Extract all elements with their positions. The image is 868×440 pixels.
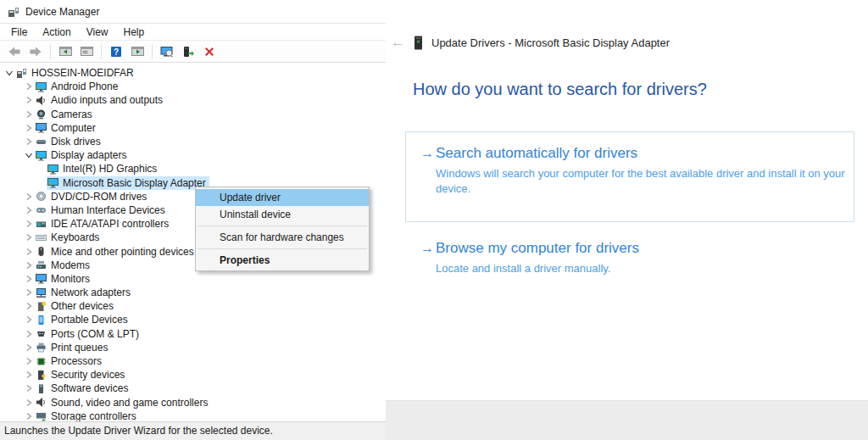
chevron-right-icon[interactable] [23, 300, 35, 312]
tree-item-display-adapters[interactable]: Display adapters [0, 148, 386, 162]
tree-item-label: Other devices [49, 300, 114, 312]
tree-item-software-devices[interactable]: Software devices [0, 382, 386, 395]
tree-item-label: Display adapters [49, 149, 126, 161]
processor-icon [35, 355, 47, 367]
tree-item-monitors[interactable]: Monitors [0, 272, 386, 286]
chevron-right-icon[interactable] [23, 246, 35, 258]
tree-item-content: Computer [35, 121, 99, 135]
tree-item-content: Processors [35, 354, 105, 368]
tree-item-label: Network adapters [49, 287, 131, 298]
menu-view[interactable]: View [79, 24, 116, 41]
chevron-right-icon[interactable] [23, 231, 35, 243]
chevron-right-icon[interactable] [23, 382, 35, 394]
chevron-right-icon[interactable] [23, 259, 35, 271]
chevron-right-icon[interactable] [23, 328, 35, 340]
context-menu-item-update-driver[interactable]: Update driver [196, 189, 369, 206]
tree-item-android-phone[interactable]: Android Phone [0, 80, 386, 93]
uninstall-icon[interactable] [200, 43, 219, 60]
context-menu-item-uninstall-device[interactable]: Uninstall device [196, 206, 369, 223]
chevron-right-icon[interactable] [23, 410, 35, 421]
chevron-right-icon[interactable] [23, 122, 35, 134]
chevron-right-icon[interactable] [23, 369, 35, 381]
update-driver-icon[interactable] [179, 43, 198, 60]
scan-monitor-icon[interactable] [158, 43, 176, 60]
tree-item-print-queues[interactable]: Print queues [0, 341, 386, 354]
chevron-right-icon[interactable] [23, 273, 35, 285]
tree-item-content: Disk drives [35, 135, 104, 148]
tree-item-content: Sound, video and game controllers [35, 396, 211, 409]
chevron-right-icon[interactable] [23, 342, 35, 354]
menu-help[interactable]: Help [116, 24, 153, 41]
tree-item-content: IDE ATA/ATAPI controllers [35, 217, 172, 231]
option-browse-computer[interactable]: → Browse my computer for drivers Locate … [405, 240, 854, 276]
tree-item-processors[interactable]: Processors [0, 354, 386, 368]
tree-item-security-devices[interactable]: Security devices [0, 368, 386, 382]
display-device-icon [414, 36, 423, 50]
tree-item-other-devices[interactable]: Other devices [0, 299, 386, 313]
security-icon [35, 369, 47, 381]
tree-item-content: Keyboards [35, 231, 103, 244]
monitor-icon [35, 273, 47, 285]
chevron-right-icon[interactable] [23, 218, 35, 230]
disk-icon [35, 136, 47, 148]
tree-item-content: Intel(R) HD Graphics [47, 162, 160, 175]
title-bar: Device Manager [0, 0, 386, 24]
tree-item-content: DVD/CD-ROM drives [35, 190, 150, 203]
portable-icon [35, 314, 47, 326]
back-arrow-icon[interactable]: ← [391, 34, 405, 51]
tree-item-ports-com-lpt[interactable]: Ports (COM & LPT) [0, 327, 386, 341]
tree-item-label: Security devices [49, 369, 125, 381]
right-arrow-icon: → [420, 145, 436, 162]
chevron-down-icon[interactable] [3, 67, 15, 79]
option-search-automatically[interactable]: → Search automatically for drivers Windo… [405, 131, 854, 222]
tree-item-disk-drives[interactable]: Disk drives [0, 135, 386, 148]
action-pane-icon[interactable] [128, 43, 147, 60]
context-menu: Update driverUninstall deviceScan for ha… [195, 187, 370, 271]
forward-arrow-icon[interactable] [26, 43, 45, 60]
chevron-right-icon[interactable] [23, 191, 35, 203]
chevron-right-icon[interactable] [23, 94, 35, 106]
tree-item-label: Portable Devices [49, 314, 128, 326]
tree-item-network-adapters[interactable]: Network adapters [0, 286, 386, 299]
chevron-right-icon[interactable] [23, 314, 35, 326]
tree-item-label: Sound, video and game controllers [49, 397, 208, 409]
chevron-right-icon[interactable] [23, 81, 35, 92]
chevron-right-icon[interactable] [23, 397, 35, 409]
modem-icon [35, 259, 47, 271]
tree-item-hossein-moeidfar[interactable]: HOSSEIN-MOEIDFAR [0, 66, 386, 80]
back-arrow-icon[interactable] [5, 43, 24, 60]
ide-icon [35, 218, 47, 230]
tree-item-portable-devices[interactable]: Portable Devices [0, 313, 386, 326]
option-description: Locate and install a driver manually. [436, 261, 853, 276]
tree-item-sound-video-and-game-controllers[interactable]: Sound, video and game controllers [0, 396, 386, 409]
display-adapter-icon [47, 163, 59, 175]
tree-item-content: Microsoft Basic Display Adapter [47, 176, 209, 190]
network-icon [35, 287, 47, 298]
chevron-right-icon[interactable] [23, 109, 35, 120]
tree-item-computer[interactable]: Computer [0, 121, 386, 135]
tree-item-storage-controllers[interactable]: Storage controllers [0, 409, 386, 421]
tree-item-label: Disk drives [49, 136, 101, 148]
tree-item-audio-inputs-and-outputs[interactable]: Audio inputs and outputs [0, 93, 386, 107]
screenshot-root: Device Manager FileActionViewHelp ? HOSS… [0, 0, 868, 440]
context-menu-item-scan-for-hardware-changes[interactable]: Scan for hardware changes [196, 229, 369, 246]
tree-item-content: Modems [35, 259, 93, 272]
chevron-right-icon[interactable] [23, 136, 35, 148]
tree-item-intel-r-hd-graphics[interactable]: Intel(R) HD Graphics [0, 162, 386, 175]
chevron-right-icon[interactable] [23, 287, 35, 298]
properties-window-icon[interactable] [77, 43, 96, 60]
chevron-down-icon[interactable] [23, 149, 35, 161]
tree-item-cameras[interactable]: Cameras [0, 108, 386, 121]
tree-item-label: Processors [49, 355, 102, 367]
option-title: Browse my computer for drivers [436, 240, 639, 257]
speaker-icon [35, 94, 47, 106]
wizard-footer [386, 400, 868, 440]
chevron-right-icon[interactable] [23, 204, 35, 216]
context-menu-item-properties[interactable]: Properties [196, 252, 369, 269]
show-tree-icon[interactable] [56, 43, 75, 60]
chevron-right-icon[interactable] [23, 355, 35, 367]
tree-item-content: Ports (COM & LPT) [35, 327, 142, 341]
help-icon[interactable]: ? [107, 43, 125, 60]
menu-action[interactable]: Action [35, 24, 78, 41]
menu-file[interactable]: File [3, 24, 35, 41]
